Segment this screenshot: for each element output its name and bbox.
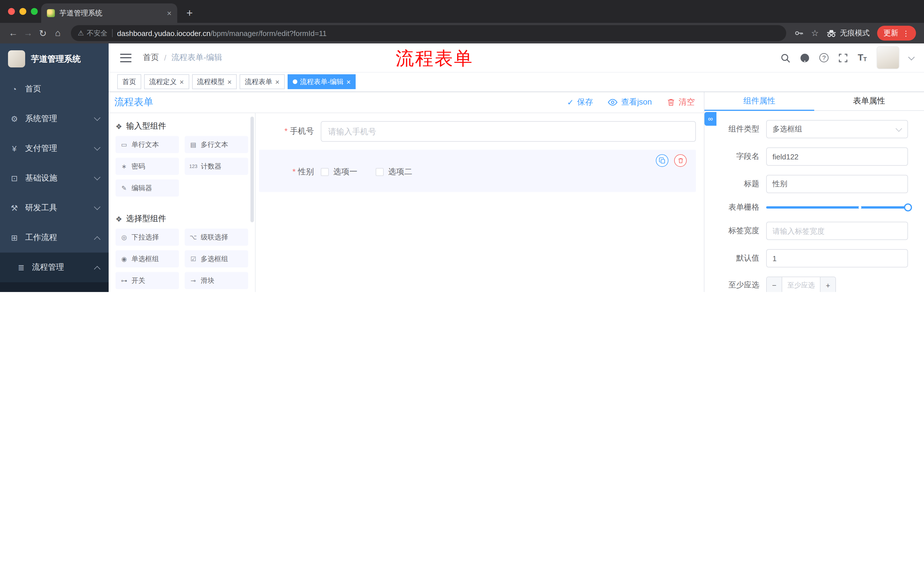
window-minimize-button[interactable] [20, 8, 26, 15]
browser-tab-strip: 芋道管理系统 × + [0, 0, 924, 23]
breadcrumb-home[interactable]: 首页 [143, 53, 159, 63]
chrome-update-button[interactable]: 更新 ⋮ [877, 26, 916, 41]
warning-icon: ⚠ [78, 29, 84, 37]
url-divider [112, 29, 113, 37]
sidebar-item-devtools[interactable]: ⚒ 研发工具 [0, 193, 109, 223]
sidebar-item-process-form[interactable]: ▤ 流程表单 [0, 282, 109, 292]
palette-item-checkbox-group[interactable]: ☑多选框组 [185, 250, 248, 267]
slider-handle[interactable] [904, 204, 912, 211]
security-indicator[interactable]: ⚠ 不安全 [78, 28, 107, 38]
tag-home[interactable]: 首页 [117, 74, 141, 89]
phone-input[interactable] [321, 121, 696, 142]
default-value-input[interactable] [766, 249, 908, 267]
palette-item-single-line-text[interactable]: ▭单行文本 [116, 136, 179, 153]
address-bar[interactable]: ⚠ 不安全 dashboard.yudao.iocoder.cn/bpm/man… [71, 25, 786, 41]
palette-item-select[interactable]: ◎下拉选择 [116, 229, 179, 246]
slider-stop [858, 206, 861, 209]
checkbox-icon[interactable] [321, 168, 329, 176]
help-icon[interactable]: ? [819, 53, 828, 62]
title-input[interactable] [766, 175, 908, 193]
user-avatar[interactable] [876, 46, 899, 69]
github-icon[interactable] [800, 53, 810, 63]
tab-close-icon[interactable]: × [167, 8, 172, 18]
field-name-input[interactable] [766, 147, 908, 166]
palette-item-editor[interactable]: ✎编辑器 [116, 179, 179, 197]
canvas-field-phone[interactable]: 手机号 [259, 121, 696, 142]
canvas-field-gender[interactable]: 性别 选项一 选项二 [259, 150, 696, 192]
tag-process-model[interactable]: 流程模型× [192, 74, 237, 89]
palette-item-cascader[interactable]: ⌥级联选择 [185, 229, 248, 246]
window-close-button[interactable] [8, 8, 15, 15]
chevron-down-icon [896, 125, 902, 132]
tag-close-icon[interactable]: × [227, 78, 231, 86]
sidebar-item-infrastructure[interactable]: ⊡ 基础设施 [0, 163, 109, 193]
palette-scrollbar[interactable] [251, 117, 254, 222]
tag-process-form[interactable]: 流程表单× [239, 74, 284, 89]
label-width-input[interactable] [766, 222, 908, 240]
view-json-button[interactable]: 查看json [608, 97, 652, 107]
checkbox-icon: ☑ [189, 255, 197, 263]
password-key-icon[interactable] [794, 29, 804, 38]
palette-item-counter[interactable]: 123计数器 [185, 158, 248, 175]
save-button[interactable]: ✓ 保存 [567, 97, 593, 107]
fullscreen-icon[interactable] [838, 53, 848, 63]
tab-form-props[interactable]: 表单属性 [814, 91, 924, 110]
logo-avatar [8, 50, 25, 67]
tag-close-icon[interactable]: × [275, 78, 279, 86]
home-icon[interactable]: ⌂ [50, 26, 65, 41]
sidebar-item-home[interactable]: ◔ 首页 [0, 74, 109, 104]
hamburger-icon[interactable] [120, 53, 132, 62]
font-size-icon[interactable]: TT [858, 53, 867, 62]
palette-section-title-select: ❖ 选择型组件 [116, 214, 248, 224]
browser-menu-dots-icon[interactable]: ⋮ [902, 29, 910, 38]
palette-item-password[interactable]: ∗密码 [116, 158, 179, 175]
new-tab-button[interactable]: + [186, 7, 193, 18]
palette-item-radio-group[interactable]: ◉单选框组 [116, 250, 179, 267]
sidebar-logo: 芋道管理系统 [0, 43, 109, 74]
browser-tab[interactable]: 芋道管理系统 × [41, 3, 177, 23]
component-palette: ❖ 输入型组件 ▭单行文本 ▤多行文本 ∗密码 123计数器 ✎编辑器 ❖ 选择… [109, 113, 256, 292]
checkbox-icon[interactable] [376, 168, 384, 176]
sidebar-item-system[interactable]: ⚙ 系统管理 [0, 104, 109, 134]
grid-slider[interactable] [766, 206, 908, 209]
designer-toolbar: 流程表单 ✓ 保存 查看json 清空 [109, 91, 704, 113]
sidebar-item-payment[interactable]: ¥ 支付管理 [0, 134, 109, 163]
palette-item-multi-line-text[interactable]: ▤多行文本 [185, 136, 248, 153]
gender-option-1[interactable]: 选项一 [321, 167, 357, 177]
sidebar-item-process-mgmt[interactable]: ≣ 流程管理 [0, 253, 109, 282]
delete-field-button[interactable] [674, 154, 687, 167]
plus-button[interactable]: + [820, 277, 835, 292]
min-select-label: 至少应选 [710, 280, 766, 290]
designer-area: 流程表单 ✓ 保存 查看json 清空 [109, 91, 705, 292]
back-icon[interactable]: ← [6, 26, 21, 41]
bookmark-star-icon[interactable]: ☆ [811, 28, 819, 38]
reload-icon[interactable]: ↻ [35, 26, 50, 41]
tag-process-definition[interactable]: 流程定义× [144, 74, 189, 89]
tag-close-icon[interactable]: × [346, 78, 351, 86]
app-title: 芋道管理系统 [31, 53, 81, 64]
min-select-value[interactable]: 至少应选 [782, 277, 820, 292]
phone-label: 手机号 [259, 126, 321, 137]
copy-field-button[interactable] [656, 154, 668, 167]
eye-icon [608, 98, 618, 106]
tab-component-props[interactable]: 组件属性 [705, 91, 814, 110]
search-icon[interactable] [780, 53, 790, 63]
clear-button[interactable]: 清空 [667, 97, 695, 107]
minus-button[interactable]: − [767, 277, 782, 292]
tag-process-form-edit[interactable]: 流程表单-编辑× [288, 74, 356, 89]
component-type-select[interactable]: 多选框组 [766, 120, 908, 138]
window-zoom-button[interactable] [31, 8, 38, 15]
toolbar-right: ☆ 无痕模式 更新 ⋮ [792, 26, 918, 41]
link-icon[interactable]: ∞ [705, 112, 716, 126]
trash-icon [667, 97, 675, 107]
lock-icon: ∗ [120, 163, 128, 170]
palette-item-slider[interactable]: ⊸滑块 [185, 272, 248, 289]
palette-item-switch[interactable]: ⊶开关 [116, 272, 179, 289]
gender-option-2[interactable]: 选项二 [376, 167, 412, 177]
switch-icon: ⊶ [120, 277, 128, 284]
tag-close-icon[interactable]: × [180, 78, 184, 86]
chevron-up-icon [94, 236, 101, 243]
forward-icon[interactable]: → [21, 26, 35, 41]
sidebar-item-workflow[interactable]: ⊞ 工作流程 [0, 223, 109, 253]
avatar-caret-icon[interactable] [908, 54, 915, 60]
